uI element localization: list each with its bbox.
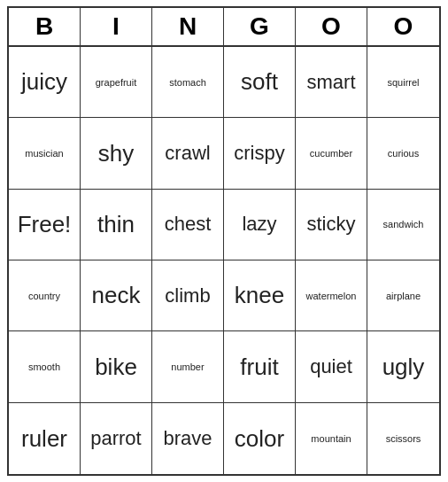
cell-text-1-3: crispy bbox=[234, 143, 284, 164]
cell-text-1-2: crawl bbox=[165, 143, 210, 164]
cell-text-4-5: ugly bbox=[382, 354, 425, 380]
cell-text-0-2: stomach bbox=[169, 77, 206, 88]
cell-1-1: shy bbox=[81, 118, 152, 189]
cell-text-5-5: scissors bbox=[386, 433, 421, 444]
cell-text-2-5: sandwich bbox=[383, 219, 424, 229]
cell-text-0-4: smart bbox=[307, 72, 356, 93]
cell-1-4: cucumber bbox=[296, 118, 367, 189]
cell-4-5: ugly bbox=[367, 331, 439, 402]
cell-text-4-3: fruit bbox=[240, 354, 278, 380]
cell-text-3-1: neck bbox=[92, 283, 141, 308]
cell-1-0: musician bbox=[9, 118, 81, 189]
cell-2-3: lazy bbox=[224, 190, 296, 260]
cell-3-5: airplane bbox=[367, 260, 439, 331]
cell-4-4: quiet bbox=[296, 331, 367, 402]
cell-2-2: chest bbox=[152, 190, 224, 260]
cell-3-4: watermelon bbox=[296, 260, 367, 331]
cell-text-5-0: ruler bbox=[21, 426, 67, 452]
bingo-grid: juicygrapefruitstomachsoftsmartsquirrelm… bbox=[9, 47, 439, 474]
cell-1-5: curious bbox=[367, 118, 439, 189]
cell-text-3-5: airplane bbox=[386, 291, 421, 301]
cell-3-3: knee bbox=[224, 260, 296, 331]
cell-2-0: Free! bbox=[9, 190, 81, 260]
cell-text-2-3: lazy bbox=[242, 214, 276, 235]
cell-text-0-0: juicy bbox=[21, 69, 67, 95]
cell-text-3-0: country bbox=[28, 291, 60, 301]
cell-text-1-4: cucumber bbox=[310, 148, 352, 159]
cell-text-3-2: climb bbox=[165, 285, 210, 307]
cell-text-5-4: mountain bbox=[311, 433, 351, 444]
cell-0-2: stomach bbox=[152, 47, 224, 118]
header-letter-5: O bbox=[367, 8, 439, 45]
cell-text-5-2: brave bbox=[163, 428, 212, 449]
cell-text-5-3: color bbox=[235, 426, 284, 452]
cell-3-1: neck bbox=[81, 260, 152, 331]
header-letter-2: N bbox=[152, 8, 224, 45]
cell-text-4-4: quiet bbox=[310, 356, 352, 377]
cell-3-0: country bbox=[9, 260, 81, 331]
cell-4-0: smooth bbox=[9, 331, 81, 402]
cell-text-0-3: soft bbox=[241, 69, 278, 95]
cell-text-4-0: smooth bbox=[28, 362, 60, 372]
cell-text-3-3: knee bbox=[235, 283, 284, 308]
cell-5-0: ruler bbox=[9, 403, 81, 474]
cell-0-5: squirrel bbox=[367, 47, 439, 118]
cell-text-3-4: watermelon bbox=[306, 291, 357, 301]
cell-text-5-1: parrot bbox=[90, 428, 141, 449]
cell-5-3: color bbox=[224, 403, 296, 474]
cell-text-4-2: number bbox=[171, 362, 204, 372]
header-letter-4: O bbox=[296, 8, 367, 45]
cell-4-2: number bbox=[152, 331, 224, 402]
cell-text-0-1: grapefruit bbox=[96, 77, 136, 88]
header-letter-3: G bbox=[224, 8, 296, 45]
cell-0-0: juicy bbox=[9, 47, 81, 118]
cell-1-3: crispy bbox=[224, 118, 296, 189]
cell-0-3: soft bbox=[224, 47, 296, 118]
cell-2-5: sandwich bbox=[367, 190, 439, 260]
cell-5-2: brave bbox=[152, 403, 224, 474]
cell-1-2: crawl bbox=[152, 118, 224, 189]
cell-text-2-1: thin bbox=[97, 212, 135, 237]
cell-5-1: parrot bbox=[81, 403, 152, 474]
cell-4-1: bike bbox=[81, 331, 152, 402]
cell-4-3: fruit bbox=[224, 331, 296, 402]
bingo-card: BINGOO juicygrapefruitstomachsoftsmartsq… bbox=[7, 6, 441, 476]
cell-2-4: sticky bbox=[296, 190, 367, 260]
cell-5-5: scissors bbox=[367, 403, 439, 474]
cell-3-2: climb bbox=[152, 260, 224, 331]
header-letter-1: I bbox=[81, 8, 152, 45]
cell-2-1: thin bbox=[81, 190, 152, 260]
cell-text-0-5: squirrel bbox=[387, 77, 419, 88]
cell-text-1-5: curious bbox=[388, 148, 419, 159]
cell-text-1-1: shy bbox=[98, 141, 134, 167]
cell-text-2-0: Free! bbox=[18, 212, 72, 237]
cell-text-2-4: sticky bbox=[307, 214, 356, 235]
cell-text-4-1: bike bbox=[95, 354, 137, 380]
cell-0-4: smart bbox=[296, 47, 367, 118]
cell-text-1-0: musician bbox=[25, 148, 63, 159]
bingo-header: BINGOO bbox=[9, 8, 439, 47]
cell-0-1: grapefruit bbox=[81, 47, 152, 118]
cell-5-4: mountain bbox=[296, 403, 367, 474]
header-letter-0: B bbox=[9, 8, 81, 45]
cell-text-2-2: chest bbox=[165, 214, 212, 235]
